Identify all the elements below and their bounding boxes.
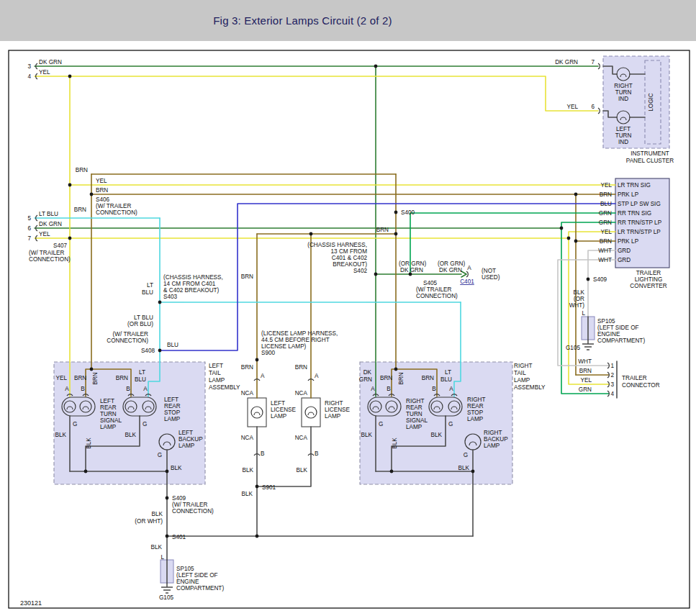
diagram-label: STOP <box>467 409 484 416</box>
diagram-label: DK GRN <box>555 59 578 65</box>
diagram-label: RR TRN SIG <box>618 210 651 217</box>
diagram-label: TAIL <box>514 370 526 376</box>
diagram-label: S402 <box>353 268 368 274</box>
diagram-label: LT BLU <box>39 211 58 217</box>
diagram-label: (LICENSE LAMP HARNESS, <box>261 330 338 337</box>
diagram-label: BLK <box>392 438 398 449</box>
diagram-label: YEL <box>601 229 613 235</box>
diagram-label: G <box>143 421 147 427</box>
junction-dot <box>394 211 398 214</box>
diagram-label: LT <box>445 369 451 376</box>
diagram-label: (W/ TRAILER <box>29 250 65 256</box>
diagram-label: BRN <box>74 207 86 213</box>
diagram-label: ASSEMBLY <box>209 384 240 391</box>
diagram-label: S901 <box>262 484 276 491</box>
diagram-label: GRD <box>618 257 631 263</box>
diagram-label: 3 <box>610 381 614 388</box>
diagram-label: BLU <box>142 289 153 296</box>
junction-dot <box>256 535 259 538</box>
diagram-label: YEL <box>39 69 50 76</box>
diagram-label: 1 <box>610 363 614 369</box>
diagram-label: 230121 <box>20 599 42 607</box>
junction-dot <box>560 227 564 230</box>
diagram-label: RR TRN/STP LP <box>618 219 662 226</box>
diagram-label: LR TRN/STP LP <box>618 229 661 235</box>
diagram-label: RIGHT <box>614 83 632 89</box>
diagram-label: 7 <box>27 235 31 242</box>
diagram-label: BLK <box>171 465 182 471</box>
diagram-label: (OR WHT) <box>135 518 163 525</box>
diagram-label: BLK <box>431 432 443 438</box>
diagram-label: BLK <box>125 432 137 438</box>
diagram-label: GRN <box>599 219 612 226</box>
diagram-label: INSTRUMENT <box>631 150 669 157</box>
diagram-label: SIGNAL <box>100 417 122 424</box>
diagram-label: TURN <box>615 132 632 139</box>
diagram-label: (LEFT SIDE OF <box>176 572 218 579</box>
diagram-label: WHT <box>578 358 592 365</box>
diagram-label: BRN <box>76 167 88 173</box>
diagram-label: BREAKOUT) <box>333 261 367 268</box>
diagram-label: TURN <box>615 89 632 96</box>
diagram-label: LEFT <box>616 126 631 132</box>
diagram-label: WHT <box>598 257 612 263</box>
diagram-label: BACKUP <box>178 436 203 443</box>
diagram-label: A <box>315 373 319 379</box>
junction-dot <box>567 237 571 240</box>
diagram-label: DK GRN <box>400 267 423 273</box>
diagram-label: LAMP <box>100 424 117 430</box>
diagram-label: LICENSE LAMP) <box>261 343 307 350</box>
diagram-label: (OR <box>574 296 584 302</box>
diagram-label: YEL <box>601 182 613 189</box>
diagram-label: 5 <box>27 215 31 222</box>
diagram-label: BLK <box>151 544 163 551</box>
diagram-label: A <box>467 265 471 271</box>
diagram-label: PRK LP <box>618 238 639 245</box>
diagram-label: STOP <box>164 409 181 416</box>
diagram-label: G105 <box>159 594 173 601</box>
diagram-label: DK GRN <box>39 59 62 65</box>
diagram-label: LAMP <box>467 416 484 422</box>
junction-dot <box>574 193 578 196</box>
diagram-label: CONNECTOR <box>622 382 660 389</box>
diagram-label: B <box>432 386 436 392</box>
diagram-label: 6 <box>27 225 31 232</box>
diagram-label: G105 <box>566 345 580 351</box>
diagram-label: A <box>261 373 265 379</box>
diagram-label: REAR <box>467 403 484 409</box>
diagram-label: REAR <box>406 404 422 411</box>
diagram-label: ENGINE <box>176 579 199 585</box>
diagram-label: RIGHT <box>484 430 502 436</box>
diagram-label: LEFT <box>164 397 178 403</box>
diagram-label: YEL <box>567 104 579 110</box>
diagram-label: RIGHT <box>467 397 485 403</box>
diagram-label: 4 <box>610 391 614 397</box>
junction-dot <box>471 470 475 474</box>
diagram-label: B <box>126 386 130 392</box>
diagram-label: & C402 BREAKOUT) <box>163 287 220 294</box>
diagram-label: G <box>379 421 383 427</box>
diagram-label: C401 & C402 <box>332 255 368 261</box>
diagram-label: STP LP SW SIG <box>618 201 661 207</box>
diagram-label: LT <box>147 282 153 289</box>
diagram-label: S406 <box>96 196 110 203</box>
diagram-label: CONNECTION) <box>96 209 137 216</box>
junction-dot <box>166 535 169 538</box>
diagram-label: (W/ TRAILER <box>96 203 132 209</box>
junction-dot <box>68 184 72 187</box>
diagram-label: BRN <box>380 375 392 381</box>
diagram-label: LAMP <box>484 443 500 449</box>
diagram-label: (OR GRN) <box>438 261 465 267</box>
diagram-label: BRN <box>600 238 612 245</box>
diagram-label: GRN <box>579 386 592 393</box>
diagram-label: (CHASSIS HARNESS, <box>163 274 223 281</box>
diagram-label: G <box>464 452 468 458</box>
diagram-label: LIGHTING <box>635 276 663 283</box>
diagram-label: S407 <box>53 243 68 249</box>
diagram-label: G <box>158 452 162 458</box>
diagram-label: SP105 <box>597 318 615 325</box>
diagram-label: LAMP <box>178 443 195 449</box>
diagram-label: NCA <box>295 435 308 441</box>
diagram-label: TAIL <box>209 370 221 376</box>
diagram-label: USED) <box>482 274 500 281</box>
